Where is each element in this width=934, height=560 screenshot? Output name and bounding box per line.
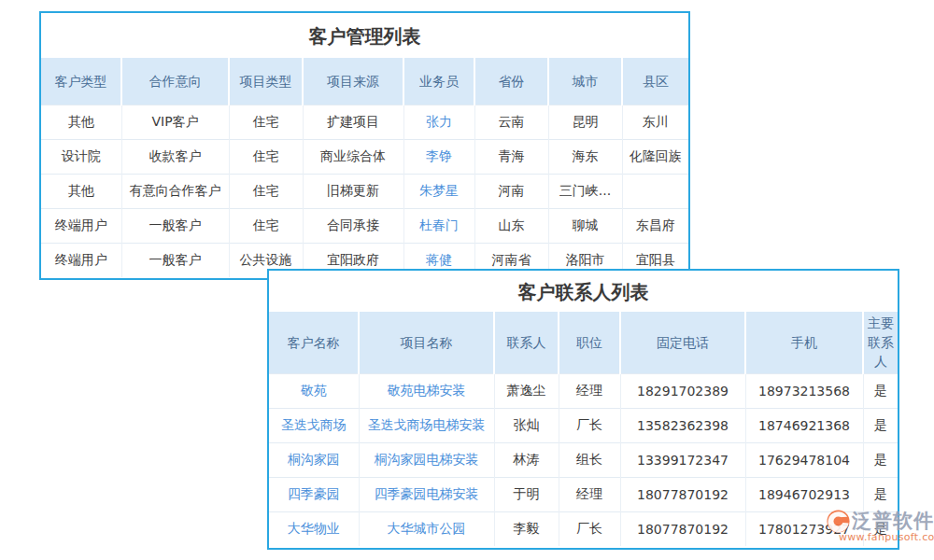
column-header: 省份 <box>474 58 548 105</box>
table-cell: 17801273927 <box>745 511 863 546</box>
column-header: 客户类型 <box>41 58 121 105</box>
column-header: 项目来源 <box>303 58 403 105</box>
project-name-link[interactable]: 桐沟家园电梯安装 <box>375 452 479 467</box>
table-cell: 一般客户 <box>121 243 229 277</box>
table-cell: 是 <box>863 373 898 408</box>
salesperson-link[interactable]: 朱梦星 <box>419 183 459 198</box>
table-cell: 18746921368 <box>745 408 863 442</box>
table-cell: 敬苑电梯安装 <box>359 373 494 408</box>
table-cell: 林涛 <box>494 442 559 477</box>
column-header: 主要联系人 <box>863 312 898 373</box>
table-cell: 合同承接 <box>303 208 403 243</box>
table-row: 大华物业大华城市公园李毅厂长1807787019217801273927是 <box>269 511 898 546</box>
table-cell: 有意向合作客户 <box>121 174 229 208</box>
table-cell: 18077870192 <box>620 511 745 546</box>
table-cell: 是 <box>863 511 898 546</box>
table-row: 圣迭戈商场圣迭戈商场电梯安装张灿厂长1358236239818746921368… <box>269 408 898 442</box>
table-cell: 四季豪园电梯安装 <box>359 477 494 511</box>
column-header: 业务员 <box>403 58 474 105</box>
table-cell: 山东 <box>474 208 548 243</box>
table-cell: 河南 <box>474 174 548 208</box>
table-cell: 桐沟家园电梯安装 <box>359 442 494 477</box>
project-name-link[interactable]: 圣迭戈商场电梯安装 <box>368 417 486 432</box>
project-name-link[interactable]: 大华城市公园 <box>388 521 466 536</box>
customer-name-link[interactable]: 桐沟家园 <box>288 452 340 467</box>
table-cell: 扩建项目 <box>303 105 403 139</box>
table-cell: 其他 <box>41 174 121 208</box>
header-row: 客户名称项目名称联系人职位固定电话手机主要联系人 <box>269 312 898 373</box>
customer-management-panel: 客户管理列表 客户类型合作意向项目类型项目来源业务员省份城市县区 其他VIP客户… <box>39 11 690 280</box>
customer-name-link[interactable]: 敬苑 <box>301 383 327 398</box>
column-header: 合作意向 <box>121 58 229 105</box>
table-cell: 18077870192 <box>620 477 745 511</box>
table-cell: 是 <box>863 477 898 511</box>
salesperson-link[interactable]: 蒋健 <box>426 252 452 267</box>
column-header: 联系人 <box>494 312 559 373</box>
table-cell: 张灿 <box>494 408 559 442</box>
page: 客户管理列表 客户类型合作意向项目类型项目来源业务员省份城市县区 其他VIP客户… <box>0 0 934 560</box>
table-cell: 13582362398 <box>620 408 745 442</box>
table-cell: 终端用户 <box>41 243 121 277</box>
table-cell: 18291702389 <box>620 373 745 408</box>
table-cell: 住宅 <box>229 208 303 243</box>
table-cell: 一般客户 <box>121 208 229 243</box>
table-row: 桐沟家园桐沟家园电梯安装林涛组长1339917234717629478104是 <box>269 442 898 477</box>
customer-table-title: 客户管理列表 <box>41 13 688 58</box>
table-cell: 四季豪园 <box>269 477 359 511</box>
table-cell: 化隆回族 <box>622 139 688 174</box>
table-cell <box>622 174 688 208</box>
column-header: 客户名称 <box>269 312 359 373</box>
table-cell: 18946702913 <box>745 477 863 511</box>
customer-contacts-table: 客户名称项目名称联系人职位固定电话手机主要联系人 敬苑敬苑电梯安装萧逸尘经理18… <box>269 312 898 546</box>
salesperson-link[interactable]: 杜春门 <box>419 217 459 232</box>
table-cell: 东昌府 <box>622 208 688 243</box>
table-cell: 萧逸尘 <box>494 373 559 408</box>
table-cell: 设计院 <box>41 139 121 174</box>
table-cell: 李毅 <box>494 511 559 546</box>
table-cell: 圣迭戈商场电梯安装 <box>359 408 494 442</box>
column-header: 职位 <box>559 312 620 373</box>
table-row: 终端用户一般客户住宅合同承接杜春门山东聊城东昌府 <box>41 208 688 243</box>
table-cell: 厂长 <box>559 511 620 546</box>
column-header: 县区 <box>622 58 688 105</box>
column-header: 固定电话 <box>620 312 745 373</box>
table-row: 其他VIP客户住宅扩建项目张力云南昆明东川 <box>41 105 688 139</box>
table-cell: 经理 <box>559 373 620 408</box>
salesperson-link[interactable]: 李铮 <box>426 148 452 163</box>
table-row: 四季豪园四季豪园电梯安装于明经理1807787019218946702913是 <box>269 477 898 511</box>
table-cell: 商业综合体 <box>303 139 403 174</box>
table-cell: 杜春门 <box>403 208 474 243</box>
table-row: 敬苑敬苑电梯安装萧逸尘经理1829170238918973213568是 <box>269 373 898 408</box>
table-cell: 于明 <box>494 477 559 511</box>
customer-name-link[interactable]: 大华物业 <box>288 521 340 536</box>
table-cell: 桐沟家园 <box>269 442 359 477</box>
project-name-link[interactable]: 敬苑电梯安装 <box>388 383 466 398</box>
customer-name-link[interactable]: 四季豪园 <box>288 486 340 501</box>
project-name-link[interactable]: 四季豪园电梯安装 <box>375 486 479 501</box>
table-cell: 青海 <box>474 139 548 174</box>
table-cell: 厂长 <box>559 408 620 442</box>
table-cell: 昆明 <box>548 105 622 139</box>
table-cell: 海东 <box>548 139 622 174</box>
customer-management-table: 客户类型合作意向项目类型项目来源业务员省份城市县区 其他VIP客户住宅扩建项目张… <box>41 58 688 277</box>
column-header: 项目类型 <box>229 58 303 105</box>
table-cell: 13399172347 <box>620 442 745 477</box>
table-cell: 旧梯更新 <box>303 174 403 208</box>
table-cell: 李铮 <box>403 139 474 174</box>
salesperson-link[interactable]: 张力 <box>426 114 452 129</box>
customer-name-link[interactable]: 圣迭戈商场 <box>281 417 347 432</box>
table-cell: 是 <box>863 408 898 442</box>
table-cell: 东川 <box>622 105 688 139</box>
table-cell: 终端用户 <box>41 208 121 243</box>
table-cell: 17629478104 <box>745 442 863 477</box>
column-header: 手机 <box>745 312 863 373</box>
table-row: 设计院收款客户住宅商业综合体李铮青海海东化隆回族 <box>41 139 688 174</box>
table-cell: 大华物业 <box>269 511 359 546</box>
table-cell: 大华城市公园 <box>359 511 494 546</box>
customer-contacts-panel: 客户联系人列表 客户名称项目名称联系人职位固定电话手机主要联系人 敬苑敬苑电梯安… <box>267 269 899 550</box>
table-cell: 聊城 <box>548 208 622 243</box>
table-cell: 收款客户 <box>121 139 229 174</box>
table-cell: 圣迭戈商场 <box>269 408 359 442</box>
column-header: 城市 <box>548 58 622 105</box>
table-cell: 是 <box>863 442 898 477</box>
